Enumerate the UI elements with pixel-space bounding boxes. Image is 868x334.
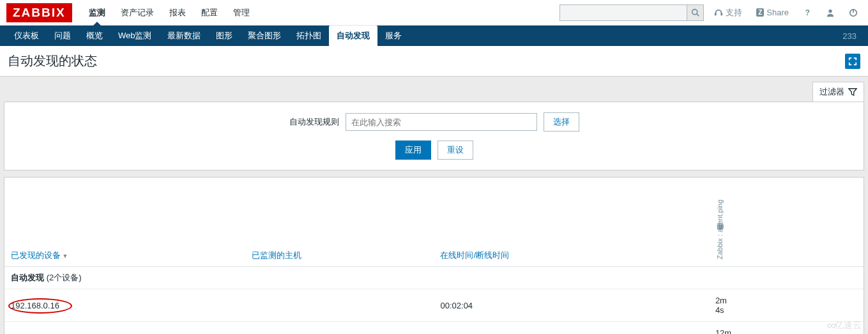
sub-nav: 仪表板 问题 概览 Web监测 最新数据 图形 聚合图形 拓扑图 自动发现 服务…	[0, 26, 868, 46]
user-link[interactable]	[822, 8, 839, 17]
svg-rect-3	[721, 13, 723, 15]
share-z-icon: Z	[756, 8, 764, 17]
sub-overview[interactable]: 概览	[79, 26, 110, 46]
col-uptime: 在线时间/断线时间	[440, 250, 509, 260]
filter-select-button[interactable]: 选择	[544, 112, 579, 132]
search-input[interactable]	[560, 4, 687, 21]
page-title: 自动发现的状态	[8, 52, 845, 70]
top-menu-admin[interactable]: 管理	[225, 0, 257, 25]
support-label: 支持	[726, 7, 742, 19]
data-panel: 已发现的设备 已监测的主机 在线时间/断线时间 Zabbix 客户端: agen…	[4, 177, 864, 334]
col-monitored: 已监测的主机	[252, 250, 301, 260]
sub-web[interactable]: Web监测	[110, 26, 160, 46]
filter-rule-label: 自动发现规则	[289, 116, 339, 128]
filter-rule-input[interactable]	[346, 113, 537, 131]
filter-apply-button[interactable]: 应用	[395, 140, 431, 160]
svg-point-0	[692, 10, 697, 15]
row-uptime: 00:12:25	[434, 322, 708, 335]
svg-point-5	[828, 9, 832, 12]
group-label: 自动发现	[11, 273, 44, 282]
top-menu-reports[interactable]: 报表	[162, 0, 194, 25]
sub-discovery[interactable]: 自动发现	[329, 26, 377, 46]
table-row: 192.168.0.14192.168.0.1400:12:2512m 25s	[4, 322, 864, 335]
help-link[interactable]: ?	[799, 8, 816, 17]
discovery-table: 已发现的设备 已监测的主机 在线时间/断线时间 Zabbix 客户端: agen…	[4, 178, 864, 334]
top-nav: ZABBIX 监测 资产记录 报表 配置 管理 支持 Z Share ?	[0, 0, 868, 26]
power-icon	[849, 8, 858, 17]
highlight-circle	[8, 298, 72, 314]
question-icon: ?	[803, 8, 812, 17]
logo[interactable]: ZABBIX	[6, 3, 72, 22]
sub-graphs[interactable]: 图形	[208, 26, 240, 46]
svg-rect-2	[715, 13, 717, 15]
table-row: 192.168.0.1600:02:042m 4s	[4, 289, 864, 322]
sub-dashboard[interactable]: 仪表板	[6, 26, 47, 46]
top-menu-config[interactable]: 配置	[194, 0, 225, 25]
logout-link[interactable]	[845, 8, 862, 17]
top-menu: 监测 资产记录 报表 配置 管理	[81, 0, 257, 25]
expand-icon	[848, 57, 857, 66]
sub-screens[interactable]: 聚合图形	[240, 26, 289, 46]
filter-reset-button[interactable]: 重设	[438, 140, 473, 160]
watermark-text: 亿速云	[835, 320, 862, 331]
sub-problems[interactable]: 问题	[47, 26, 79, 46]
col-ping-vertical: Zabbix 客户端: agent.ping	[715, 183, 725, 259]
watermark-icon: ∞	[827, 318, 832, 333]
sub-services[interactable]: 服务	[377, 26, 409, 46]
watermark: ∞ 亿速云	[827, 318, 862, 333]
share-link[interactable]: Z Share	[752, 8, 793, 17]
row-uptime: 00:02:04	[434, 289, 708, 322]
top-menu-monitoring[interactable]: 监测	[81, 0, 113, 25]
share-label: Share	[766, 8, 789, 17]
user-icon	[826, 8, 835, 17]
svg-line-1	[697, 14, 699, 16]
filter-buttons: 应用 重设	[15, 140, 853, 160]
sub-right-count: 233	[842, 31, 862, 41]
search-icon	[691, 8, 699, 17]
svg-text:?: ?	[805, 8, 810, 17]
global-search	[560, 4, 704, 21]
headset-icon	[714, 8, 723, 17]
filter-tab-label: 过滤器	[819, 86, 844, 98]
filter-panel: 自动发现规则 选择 应用 重设	[4, 102, 864, 171]
filter-icon	[848, 87, 857, 96]
support-link[interactable]: 支持	[710, 7, 746, 19]
group-row: 自动发现 (2个设备)	[4, 267, 864, 289]
filter-row-rule: 自动发现规则 选择	[15, 112, 853, 132]
sub-latest[interactable]: 最新数据	[160, 26, 208, 46]
row-ping: 12m 25s	[709, 322, 738, 335]
page-header: 自动发现的状态	[0, 46, 868, 77]
row-ip: 192.168.0.16	[11, 301, 59, 310]
col-discovered[interactable]: 已发现的设备	[11, 250, 68, 260]
group-count: (2个设备)	[47, 273, 82, 282]
top-right: 支持 Z Share ?	[560, 4, 862, 21]
fullscreen-button[interactable]	[845, 54, 860, 69]
sub-maps[interactable]: 拓扑图	[289, 26, 329, 46]
search-button[interactable]	[687, 4, 704, 21]
top-menu-inventory[interactable]: 资产记录	[113, 0, 162, 25]
filter-tab[interactable]: 过滤器	[812, 82, 864, 102]
filter-tab-bar: 过滤器	[4, 77, 864, 102]
row-ping: 2m 4s	[709, 289, 738, 322]
